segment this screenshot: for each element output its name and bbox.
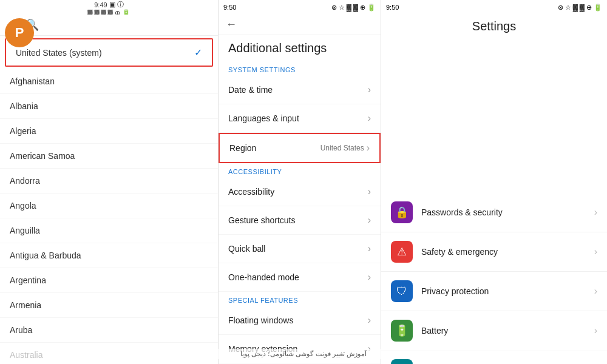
settings-item-datetime[interactable]: Date & time › xyxy=(219,76,381,104)
row-text: Passwords & security xyxy=(421,207,594,217)
list-item[interactable]: Afghanistan xyxy=(0,69,218,94)
panel3-title: Settings xyxy=(381,15,607,193)
system-section-header: SYSTEM SETTINGS xyxy=(219,61,381,76)
chevron-icon: › xyxy=(594,207,597,218)
status-icons-3: ⊗ ☆ ▓ ▓ ⊕ 🔋 xyxy=(558,4,602,12)
privacy-icon: 🛡 xyxy=(391,280,413,302)
status-icons-1: ▣ ⓘ xyxy=(109,0,124,9)
status-time-1: 9:49 xyxy=(94,1,107,8)
chevron-icon: › xyxy=(367,143,370,153)
status-icons-2: ⊗ ☆ ▓ ▓ ⊕ 🔋 xyxy=(331,4,376,12)
settings-panel: 9:50 ⊗ ☆ ▓ ▓ ⊕ 🔋 Settings 🔒 Passwords & … xyxy=(381,0,607,364)
chevron-icon: › xyxy=(368,84,371,95)
chevron-icon: › xyxy=(368,215,371,226)
settings-item-languages[interactable]: Languages & input › xyxy=(219,104,381,133)
list-item[interactable]: Argentina xyxy=(0,268,218,293)
chevron-icon: › xyxy=(368,243,371,254)
check-icon: ✓ xyxy=(194,47,202,58)
accessibility-section-header: ACCESSIBILITY xyxy=(219,163,381,178)
chevron-icon: › xyxy=(594,325,597,336)
selected-country-row[interactable]: United States (system) ✓ xyxy=(5,38,213,67)
battery-icon: 🔋 xyxy=(391,320,413,342)
settings-item-accessibility[interactable]: Accessibility › xyxy=(219,178,381,206)
list-item[interactable]: Algeria xyxy=(0,119,218,144)
watermark-text: آموزش تغییر فونت گوشی شیائومی؛ دیجی پویا xyxy=(0,349,607,359)
panel2-topbar: ← xyxy=(219,15,381,35)
settings-row-battery[interactable]: 🔋 Battery › xyxy=(381,311,607,351)
chevron-icon: › xyxy=(368,186,371,197)
panel3-content: 🔒 Passwords & security › ⚠ Safety & emer… xyxy=(381,193,607,364)
list-item[interactable]: Angola xyxy=(0,194,218,218)
status-bar-3: 9:50 ⊗ ☆ ▓ ▓ ⊕ 🔋 xyxy=(381,0,607,15)
list-item[interactable]: Aruba xyxy=(0,318,218,343)
chevron-icon: › xyxy=(594,286,597,297)
list-item[interactable]: Andorra xyxy=(0,169,218,194)
status-bar-1: 9:49 ▣ ⓘ ▓ ▓ ▓ ▓ ⊕ 🔋 xyxy=(0,0,219,15)
settings-item-floating[interactable]: Floating windows › xyxy=(219,306,381,335)
status-bar-2: 9:50 ⊗ ☆ ▓ ▓ ⊕ 🔋 xyxy=(219,0,381,15)
status-time-3: 9:50 xyxy=(386,4,399,11)
panel2-content: Additional settings SYSTEM SETTINGS Date… xyxy=(219,35,381,364)
row-text: Privacy protection xyxy=(421,286,594,296)
signal-icons-1: ▓ ▓ ▓ ▓ ⊕ 🔋 xyxy=(87,9,130,15)
list-item[interactable]: American Samoa xyxy=(0,144,218,169)
row-text: Safety & emergency xyxy=(421,247,594,257)
apps-icon: ⚙ xyxy=(391,359,413,364)
back-icon-2[interactable]: ← xyxy=(226,18,237,31)
settings-row-passwords[interactable]: 🔒 Passwords & security › xyxy=(381,193,607,232)
region-right: United States › xyxy=(320,143,370,153)
settings-item-onehanded[interactable]: One-handed mode › xyxy=(219,263,381,292)
passwords-icon: 🔒 xyxy=(391,201,413,223)
list-item[interactable]: Albania xyxy=(0,94,218,119)
safety-icon: ⚠ xyxy=(391,241,413,263)
settings-item-region[interactable]: Region United States › xyxy=(219,133,381,163)
country-list-panel: 9:49 ▣ ⓘ ▓ ▓ ▓ ▓ ⊕ 🔋 ← 🔍 United States (… xyxy=(0,0,219,364)
settings-row-safety[interactable]: ⚠ Safety & emergency › xyxy=(381,232,607,272)
chevron-icon: › xyxy=(368,272,371,283)
settings-item-gesture[interactable]: Gesture shortcuts › xyxy=(219,206,381,235)
chevron-icon: › xyxy=(368,113,371,124)
selected-country-label: United States (system) xyxy=(16,48,102,58)
additional-settings-panel: 9:50 ⊗ ☆ ▓ ▓ ⊕ 🔋 ← Additional settings S… xyxy=(219,0,381,364)
app-logo: P xyxy=(5,18,34,47)
list-item[interactable]: Anguilla xyxy=(0,218,218,243)
list-item[interactable]: Antigua & Barbuda xyxy=(0,243,218,268)
country-list: Afghanistan Albania Algeria American Sam… xyxy=(0,69,218,364)
settings-item-quickball[interactable]: Quick ball › xyxy=(219,235,381,263)
special-section-header: SPECIAL FEATURES xyxy=(219,292,381,306)
chevron-icon: › xyxy=(368,315,371,326)
list-item[interactable]: Armenia xyxy=(0,293,218,318)
status-time-2: 9:50 xyxy=(223,4,236,11)
row-text: Battery xyxy=(421,326,594,335)
settings-row-privacy[interactable]: 🛡 Privacy protection › xyxy=(381,272,607,311)
panel2-title: Additional settings xyxy=(219,35,381,61)
chevron-icon: › xyxy=(594,246,597,257)
